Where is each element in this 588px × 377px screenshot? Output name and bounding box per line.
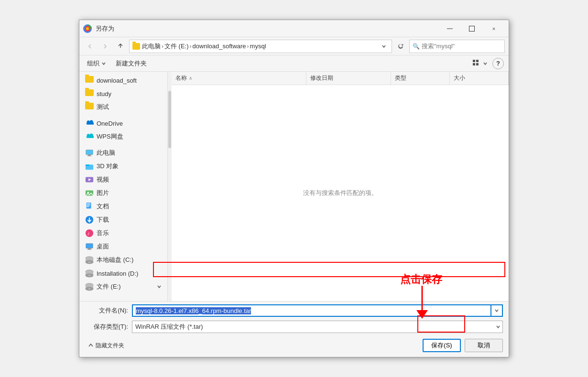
sidebar-label: 本地磁盘 (C:) xyxy=(97,256,133,264)
svg-rect-11 xyxy=(87,155,92,156)
sidebar-label: 文件 (E:) xyxy=(97,282,121,291)
sidebar-item-video[interactable]: 视频 xyxy=(79,173,167,186)
svg-rect-21 xyxy=(87,206,89,206)
sidebar-item-pictures[interactable]: 图片 xyxy=(79,186,167,200)
col-header-name[interactable]: 名称 ∧ xyxy=(172,72,306,85)
sidebar-item-downloads[interactable]: 下载 xyxy=(79,213,167,226)
back-button[interactable] xyxy=(83,40,97,53)
sidebar-item-3d[interactable]: 3D 对象 xyxy=(79,160,167,173)
col-header-type[interactable]: 类型 xyxy=(391,72,450,85)
sidebar-item-onedrive[interactable]: OneDrive xyxy=(79,117,167,130)
dialog-icon xyxy=(83,24,92,33)
col-header-date[interactable]: 修改日期 xyxy=(306,72,391,85)
hide-folder-button[interactable]: 隐藏文件夹 xyxy=(85,341,127,351)
disk-e-icon xyxy=(85,282,94,291)
address-bar[interactable]: 此电脑 › 文件 (E:) › download_software › mysq… xyxy=(129,40,392,53)
minimize-button[interactable] xyxy=(439,20,461,37)
sidebar-item-docs[interactable]: 文档 xyxy=(79,200,167,213)
sidebar-item-local-c[interactable]: 本地磁盘 (C:) xyxy=(79,253,167,267)
search-input[interactable] xyxy=(422,43,502,50)
help-button[interactable]: ? xyxy=(492,58,504,69)
svg-rect-20 xyxy=(87,205,90,205)
sidebar-item-download-soft[interactable]: download_soft xyxy=(79,74,167,87)
sidebar: download_soft study xyxy=(79,72,168,301)
svg-rect-7 xyxy=(473,63,475,65)
folder-icon-small xyxy=(132,43,140,50)
hide-folder-area: 隐藏文件夹 xyxy=(85,341,419,351)
pictures-icon xyxy=(85,189,94,197)
filetype-label: 保存类型(T): xyxy=(85,323,128,331)
breadcrumb-pc[interactable]: 此电脑 xyxy=(142,42,161,51)
sidebar-label: 桌面 xyxy=(97,242,109,251)
cancel-button[interactable]: 取消 xyxy=(465,339,503,352)
svg-point-35 xyxy=(88,275,90,276)
sidebar-item-install-d[interactable]: Installation (D:) xyxy=(79,267,167,280)
forward-button[interactable] xyxy=(98,40,112,53)
filetype-value: WinRAR 压缩文件 (*.tar) xyxy=(135,323,500,331)
sidebar-label: 音乐 xyxy=(97,229,109,237)
svg-rect-8 xyxy=(476,63,479,65)
empty-message: 没有与搜索条件匹配的项。 xyxy=(303,189,378,197)
address-toolbar: 此电脑 › 文件 (E:) › download_software › mysq… xyxy=(79,37,509,55)
svg-point-2 xyxy=(86,27,89,30)
sidebar-scrollbar[interactable] xyxy=(168,72,172,301)
svg-rect-19 xyxy=(87,204,90,204)
save-button[interactable]: 保存(S) xyxy=(423,339,461,352)
scrollbar-thumb xyxy=(168,91,171,148)
filename-dropdown-button[interactable] xyxy=(491,304,503,317)
main-area: download_soft study xyxy=(79,72,509,301)
search-icon: 🔍 xyxy=(413,43,420,50)
hide-folder-label: 隐藏文件夹 xyxy=(96,342,124,350)
svg-rect-5 xyxy=(473,60,475,62)
sidebar-item-music[interactable]: ♪ 音乐 xyxy=(79,226,167,240)
bottom-buttons: 隐藏文件夹 保存(S) 取消 xyxy=(79,336,509,357)
svg-rect-10 xyxy=(88,155,90,156)
filename-input[interactable] xyxy=(132,304,491,317)
folder-icon xyxy=(85,89,94,98)
close-button[interactable]: × xyxy=(483,20,505,37)
svg-point-31 xyxy=(88,261,90,263)
sidebar-label: 3D 对象 xyxy=(97,162,119,171)
breadcrumb-e[interactable]: 文件 (E:) xyxy=(164,42,189,51)
filetype-dropdown-icon xyxy=(496,323,501,331)
sidebar-label: 下载 xyxy=(97,215,109,224)
disk-d-icon xyxy=(85,269,94,278)
docs-icon xyxy=(85,202,94,211)
maximize-button[interactable] xyxy=(461,20,483,37)
sidebar-item-desktop[interactable]: 桌面 xyxy=(79,240,167,253)
svg-rect-9 xyxy=(86,150,93,155)
sidebar-item-wps[interactable]: WPS网盘 xyxy=(79,130,167,143)
wps-icon xyxy=(85,132,94,141)
filetype-select-wrap[interactable]: WinRAR 压缩文件 (*.tar) xyxy=(132,321,503,333)
title-bar: 另存为 × xyxy=(79,20,509,37)
breadcrumb-mysql[interactable]: mysql xyxy=(250,43,266,50)
sidebar-label: 文档 xyxy=(97,202,109,211)
sidebar-wrapper: download_soft study xyxy=(79,72,172,301)
filetype-row: 保存类型(T): WinRAR 压缩文件 (*.tar) xyxy=(79,320,509,336)
up-button[interactable] xyxy=(114,40,127,53)
sidebar-label: 测试 xyxy=(97,103,109,111)
col-header-size[interactable]: 大小 xyxy=(450,72,509,85)
svg-rect-3 xyxy=(447,28,453,29)
svg-rect-13 xyxy=(86,164,89,166)
sidebar-label: download_soft xyxy=(97,77,137,84)
svg-rect-27 xyxy=(87,249,92,249)
sidebar-item-study[interactable]: study xyxy=(79,87,167,100)
view-button[interactable] xyxy=(469,58,490,69)
svg-rect-25 xyxy=(86,244,93,248)
svg-rect-6 xyxy=(476,60,479,62)
sidebar-item-test[interactable]: 测试 xyxy=(79,100,167,114)
search-box[interactable]: 🔍 xyxy=(409,40,505,53)
organize-button[interactable]: 组织 xyxy=(84,58,109,69)
refresh-button[interactable] xyxy=(394,40,407,53)
new-folder-button[interactable]: 新建文件夹 xyxy=(113,58,150,69)
sidebar-label: 此电脑 xyxy=(97,149,115,157)
sidebar-item-file-e[interactable]: 文件 (E:) xyxy=(79,280,167,293)
toolbar2: 组织 新建文件夹 ? xyxy=(79,55,509,72)
address-dropdown-button[interactable] xyxy=(379,40,389,53)
desktop-icon xyxy=(85,242,94,251)
sidebar-item-this-pc[interactable]: 此电脑 xyxy=(79,146,167,160)
svg-rect-26 xyxy=(88,248,90,249)
breadcrumb-dl-soft[interactable]: download_software xyxy=(193,43,246,50)
svg-text:♪: ♪ xyxy=(87,231,90,236)
